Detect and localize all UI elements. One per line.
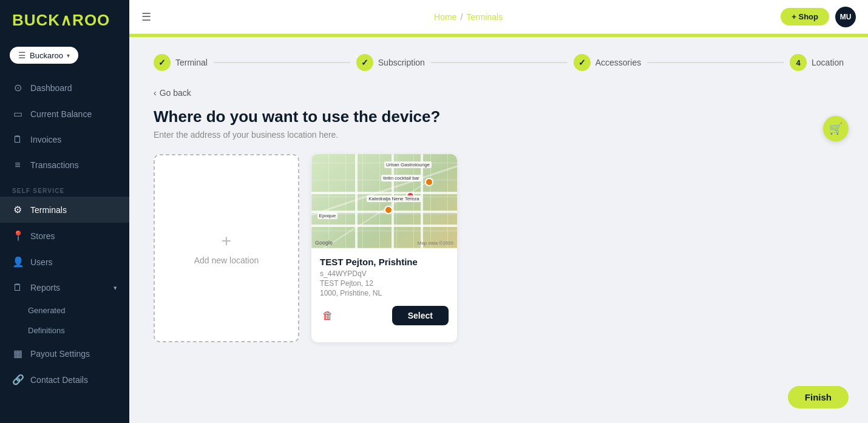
contact-icon: 🔗 [12, 374, 23, 385]
sidebar-item-reports[interactable]: 🗒 Reports ▾ [0, 275, 129, 300]
step-check-terminal: ✓ [154, 54, 171, 71]
go-back-text: Go back [160, 88, 191, 98]
avatar-button[interactable]: MU [835, 7, 856, 27]
payout-icon: ▦ [12, 348, 23, 359]
location-name: TEST Pejton, Prishtine [320, 257, 449, 267]
terminals-icon: ⚙ [12, 204, 23, 215]
add-location-label: Add new location [194, 255, 259, 265]
map-preview: Urban Gastrolounge tintin cocktail bar K… [311, 154, 457, 248]
stores-icon: 📍 [12, 230, 23, 242]
sidebar-item-label: Contact Details [30, 375, 88, 385]
map-label-katedrala: Katedralja Nene Tereza [367, 195, 421, 202]
balance-icon: ▭ [12, 108, 23, 120]
select-location-button[interactable]: Select [392, 306, 449, 325]
go-back-link[interactable]: ‹ Go back [154, 88, 844, 98]
sidebar-item-generated[interactable]: Generated [0, 300, 129, 320]
step-location: 4 Location [790, 54, 844, 71]
breadcrumb-current: Terminals [466, 12, 503, 22]
step-label-location: Location [812, 58, 844, 67]
invoices-icon: 🗒 [12, 134, 23, 145]
sidebar-item-transactions[interactable]: ≡ Transactions [0, 152, 129, 178]
step-line-1 [214, 62, 350, 63]
map-google-label: Google [315, 240, 333, 246]
sidebar-item-terminals[interactable]: ⚙ Terminals [0, 197, 129, 223]
main-area: ☰ Home / Terminals + Shop MU ✓ Terminal … [129, 0, 868, 423]
sidebar-item-label: Terminals [30, 205, 67, 215]
org-button[interactable]: ☰ Buckaroo ▾ [10, 47, 78, 64]
sidebar-item-label: Payout Settings [30, 349, 90, 359]
sidebar-item-current-balance[interactable]: ▭ Current Balance [0, 101, 129, 127]
sidebar: BUCK∧ROO ☰ Buckaroo ▾ ⊙ Dashboard ▭ Curr… [0, 0, 129, 423]
reports-icon: 🗒 [12, 282, 23, 293]
page-subtitle: Enter the address of your business locat… [154, 130, 844, 140]
page-title: Where do you want to use the device? [154, 107, 844, 126]
step-terminal: ✓ Terminal [154, 54, 208, 71]
dashboard-icon: ⊙ [12, 82, 23, 93]
sidebar-item-contact-details[interactable]: 🔗 Contact Details [0, 367, 129, 393]
sidebar-item-definitions[interactable]: Definitions [0, 320, 129, 340]
header: ☰ Home / Terminals + Shop MU [129, 0, 868, 34]
step-check-accessories: ✓ [574, 54, 591, 71]
step-num-location: 4 [790, 54, 807, 71]
app-logo: BUCK∧ROO [12, 11, 110, 30]
users-icon: 👤 [12, 256, 23, 268]
location-card-footer: 🗑 Select [311, 306, 457, 333]
reports-chevron-icon: ▾ [114, 284, 117, 292]
map-label-gastrolounge: Urban Gastrolounge [384, 161, 432, 168]
sidebar-item-label: Current Balance [30, 109, 92, 119]
map-data-label: Map data ©2020 [418, 240, 453, 246]
sidebar-item-users[interactable]: 👤 Users [0, 249, 129, 275]
go-back-arrow-icon: ‹ [154, 88, 157, 98]
delete-location-button[interactable]: 🗑 [320, 307, 336, 325]
map-label-epoque: Epoque [317, 212, 338, 219]
finish-button[interactable]: Finish [788, 386, 849, 408]
header-actions: + Shop MU [781, 7, 856, 27]
sidebar-sub-label: Definitions [28, 326, 65, 335]
sidebar-logo-area: BUCK∧ROO [0, 0, 129, 41]
transactions-icon: ≡ [12, 160, 23, 171]
breadcrumb-separator: / [460, 12, 463, 22]
sidebar-item-label: Stores [30, 231, 55, 241]
hamburger-icon[interactable]: ☰ [141, 10, 151, 24]
location-id-code: s_44WYPDqV [320, 269, 449, 278]
step-label-terminal: Terminal [175, 58, 208, 67]
sidebar-item-dashboard[interactable]: ⊙ Dashboard [0, 75, 129, 101]
step-line-3 [647, 62, 784, 63]
step-line-2 [431, 62, 568, 63]
step-accessories: ✓ Accessories [574, 54, 641, 71]
shop-button[interactable]: + Shop [781, 8, 829, 25]
location-card-info: TEST Pejton, Prishtine s_44WYPDqV TEST P… [311, 248, 457, 306]
cart-button[interactable]: 🛒 [823, 116, 849, 141]
location-address-line1: TEST Pejton, 12 [320, 279, 449, 288]
sidebar-item-label: Invoices [30, 135, 61, 144]
org-selector[interactable]: ☰ Buckaroo ▾ [0, 41, 129, 75]
location-address-line2: 1000, Prishtine, NL [320, 289, 449, 297]
location-card: Urban Gastrolounge tintin cocktail bar K… [311, 154, 457, 342]
self-service-section-label: SELF SERVICE [0, 178, 129, 197]
sidebar-item-stores[interactable]: 📍 Stores [0, 223, 129, 249]
plus-icon: + [222, 231, 231, 251]
sidebar-item-label: Transactions [30, 160, 79, 170]
sidebar-item-payout-settings[interactable]: ▦ Payout Settings [0, 340, 129, 367]
step-check-subscription: ✓ [356, 54, 373, 71]
sidebar-item-invoices[interactable]: 🗒 Invoices [0, 127, 129, 152]
map-label-tintin: tintin cocktail bar [381, 175, 421, 181]
sidebar-item-label: Users [30, 257, 53, 267]
cart-icon: 🛒 [829, 122, 843, 135]
svg-line-1 [324, 178, 433, 248]
breadcrumb-home[interactable]: Home [434, 12, 456, 22]
org-name: Buckaroo [30, 51, 63, 60]
add-location-card[interactable]: + Add new location [154, 154, 299, 342]
page-content: ✓ Terminal ✓ Subscription ✓ Accessories … [129, 37, 868, 423]
org-icon: ☰ [18, 50, 26, 60]
step-label-subscription: Subscription [378, 58, 425, 67]
steps-indicator: ✓ Terminal ✓ Subscription ✓ Accessories … [154, 54, 844, 71]
sidebar-sub-label: Generated [28, 306, 65, 315]
map-pin-tertiary [425, 178, 433, 186]
breadcrumb: Home / Terminals [166, 12, 771, 22]
trash-icon: 🗑 [322, 310, 333, 322]
sidebar-item-label: Reports [30, 283, 60, 293]
step-label-accessories: Accessories [595, 58, 641, 67]
location-cards-row: + Add new location [154, 154, 844, 342]
step-subscription: ✓ Subscription [356, 54, 425, 71]
